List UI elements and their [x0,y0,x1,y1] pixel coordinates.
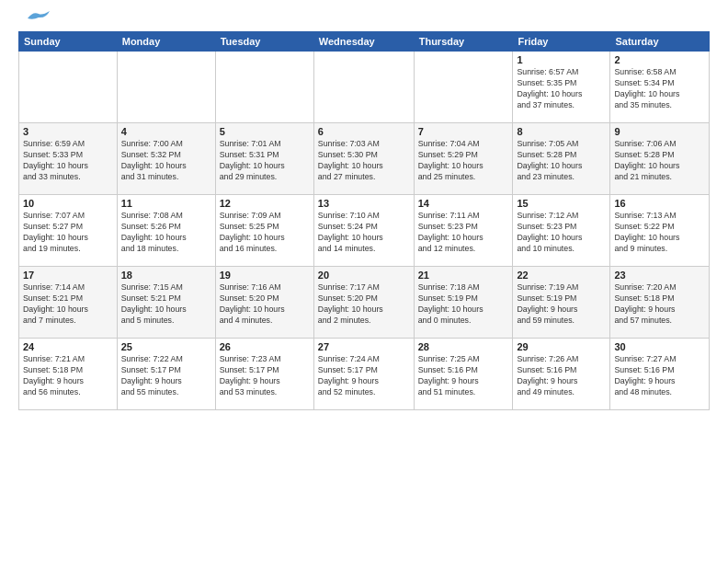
day-number: 9 [614,126,705,137]
day-info: Sunrise: 7:16 AM Sunset: 5:20 PM Dayligh… [220,282,310,327]
day-number: 2 [614,54,705,65]
day-number: 28 [418,341,509,352]
calendar-cell: 18Sunrise: 7:15 AM Sunset: 5:21 PM Dayli… [117,267,215,339]
day-number: 4 [121,126,211,137]
day-number: 6 [318,126,410,137]
day-number: 24 [23,341,113,352]
day-number: 3 [23,126,113,137]
day-number: 1 [517,54,606,65]
day-info: Sunrise: 7:24 AM Sunset: 5:17 PM Dayligh… [318,354,410,398]
day-info: Sunrise: 7:27 AM Sunset: 5:16 PM Dayligh… [614,354,705,398]
day-info: Sunrise: 7:13 AM Sunset: 5:22 PM Dayligh… [614,211,705,255]
day-info: Sunrise: 6:57 AM Sunset: 5:35 PM Dayligh… [517,67,606,111]
day-info: Sunrise: 7:19 AM Sunset: 5:19 PM Dayligh… [517,282,606,327]
day-info: Sunrise: 7:04 AM Sunset: 5:29 PM Dayligh… [418,139,509,183]
day-number: 8 [517,126,606,137]
logo-bird-icon [20,9,50,28]
calendar-cell: 19Sunrise: 7:16 AM Sunset: 5:20 PM Dayli… [215,267,313,339]
day-info: Sunrise: 7:09 AM Sunset: 5:25 PM Dayligh… [220,211,310,255]
page: SundayMondayTuesdayWednesdayThursdayFrid… [0,0,728,563]
day-number: 25 [121,341,211,352]
day-info: Sunrise: 6:58 AM Sunset: 5:34 PM Dayligh… [614,67,705,111]
day-number: 5 [220,126,310,137]
calendar-cell: 28Sunrise: 7:25 AM Sunset: 5:16 PM Dayli… [414,339,513,410]
calendar-cell: 23Sunrise: 7:20 AM Sunset: 5:18 PM Dayli… [610,267,710,339]
calendar-cell: 25Sunrise: 7:22 AM Sunset: 5:17 PM Dayli… [117,339,215,410]
day-number: 16 [614,198,705,209]
day-number: 13 [318,198,410,209]
day-info: Sunrise: 7:00 AM Sunset: 5:32 PM Dayligh… [121,139,211,183]
calendar-cell: 11Sunrise: 7:08 AM Sunset: 5:26 PM Dayli… [117,195,215,267]
calendar-cell: 15Sunrise: 7:12 AM Sunset: 5:23 PM Dayli… [513,195,610,267]
calendar-week-row-1: 1Sunrise: 6:57 AM Sunset: 5:35 PM Daylig… [19,52,710,123]
weekday-header-monday: Monday [117,32,215,52]
calendar-cell: 30Sunrise: 7:27 AM Sunset: 5:16 PM Dayli… [610,339,710,410]
calendar-cell: 29Sunrise: 7:26 AM Sunset: 5:16 PM Dayli… [513,339,610,410]
day-number: 21 [418,270,509,281]
day-info: Sunrise: 7:03 AM Sunset: 5:30 PM Dayligh… [318,139,410,183]
day-info: Sunrise: 7:12 AM Sunset: 5:23 PM Dayligh… [517,211,606,255]
calendar-cell [19,52,118,123]
day-info: Sunrise: 7:14 AM Sunset: 5:21 PM Dayligh… [23,282,113,327]
day-number: 15 [517,198,606,209]
calendar-cell [313,52,414,123]
day-info: Sunrise: 7:25 AM Sunset: 5:16 PM Dayligh… [418,354,509,398]
calendar-cell [117,52,215,123]
day-info: Sunrise: 7:21 AM Sunset: 5:18 PM Dayligh… [23,354,113,398]
day-info: Sunrise: 7:07 AM Sunset: 5:27 PM Dayligh… [23,211,113,255]
calendar-cell: 1Sunrise: 6:57 AM Sunset: 5:35 PM Daylig… [513,52,610,123]
calendar-cell: 9Sunrise: 7:06 AM Sunset: 5:28 PM Daylig… [610,123,710,195]
calendar-cell: 10Sunrise: 7:07 AM Sunset: 5:27 PM Dayli… [19,195,118,267]
calendar-cell: 13Sunrise: 7:10 AM Sunset: 5:24 PM Dayli… [313,195,414,267]
day-info: Sunrise: 7:18 AM Sunset: 5:19 PM Dayligh… [418,282,509,327]
calendar-cell: 22Sunrise: 7:19 AM Sunset: 5:19 PM Dayli… [513,267,610,339]
calendar-week-row-5: 24Sunrise: 7:21 AM Sunset: 5:18 PM Dayli… [19,339,710,410]
calendar-table: SundayMondayTuesdayWednesdayThursdayFrid… [18,31,710,410]
day-number: 19 [220,270,310,281]
calendar-week-row-2: 3Sunrise: 6:59 AM Sunset: 5:33 PM Daylig… [19,123,710,195]
calendar-cell: 6Sunrise: 7:03 AM Sunset: 5:30 PM Daylig… [313,123,414,195]
calendar-week-row-3: 10Sunrise: 7:07 AM Sunset: 5:27 PM Dayli… [19,195,710,267]
day-info: Sunrise: 7:23 AM Sunset: 5:17 PM Dayligh… [220,354,310,398]
header [18,15,710,22]
day-number: 17 [23,270,113,281]
day-info: Sunrise: 7:20 AM Sunset: 5:18 PM Dayligh… [614,282,705,327]
day-number: 20 [318,270,410,281]
calendar-cell: 7Sunrise: 7:04 AM Sunset: 5:29 PM Daylig… [414,123,513,195]
calendar-cell: 17Sunrise: 7:14 AM Sunset: 5:21 PM Dayli… [19,267,118,339]
day-info: Sunrise: 7:01 AM Sunset: 5:31 PM Dayligh… [220,139,310,183]
calendar-cell: 4Sunrise: 7:00 AM Sunset: 5:32 PM Daylig… [117,123,215,195]
day-number: 29 [517,341,606,352]
day-info: Sunrise: 7:26 AM Sunset: 5:16 PM Dayligh… [517,354,606,398]
weekday-header-saturday: Saturday [610,32,710,52]
day-info: Sunrise: 7:11 AM Sunset: 5:23 PM Dayligh… [418,211,509,255]
calendar-cell: 12Sunrise: 7:09 AM Sunset: 5:25 PM Dayli… [215,195,313,267]
calendar-cell: 16Sunrise: 7:13 AM Sunset: 5:22 PM Dayli… [610,195,710,267]
calendar-cell: 21Sunrise: 7:18 AM Sunset: 5:19 PM Dayli… [414,267,513,339]
calendar-cell [215,52,313,123]
logo [18,15,50,22]
day-info: Sunrise: 7:22 AM Sunset: 5:17 PM Dayligh… [121,354,211,398]
calendar-cell: 3Sunrise: 6:59 AM Sunset: 5:33 PM Daylig… [19,123,118,195]
day-info: Sunrise: 7:05 AM Sunset: 5:28 PM Dayligh… [517,139,606,183]
calendar-cell: 14Sunrise: 7:11 AM Sunset: 5:23 PM Dayli… [414,195,513,267]
calendar-week-row-4: 17Sunrise: 7:14 AM Sunset: 5:21 PM Dayli… [19,267,710,339]
weekday-header-friday: Friday [513,32,610,52]
calendar-header-row: SundayMondayTuesdayWednesdayThursdayFrid… [19,32,710,52]
weekday-header-thursday: Thursday [414,32,513,52]
day-number: 26 [220,341,310,352]
day-number: 27 [318,341,410,352]
day-number: 30 [614,341,705,352]
day-info: Sunrise: 7:15 AM Sunset: 5:21 PM Dayligh… [121,282,211,327]
calendar-cell: 26Sunrise: 7:23 AM Sunset: 5:17 PM Dayli… [215,339,313,410]
weekday-header-wednesday: Wednesday [313,32,414,52]
day-info: Sunrise: 7:06 AM Sunset: 5:28 PM Dayligh… [614,139,705,183]
day-number: 10 [23,198,113,209]
day-number: 18 [121,270,211,281]
calendar-cell: 20Sunrise: 7:17 AM Sunset: 5:20 PM Dayli… [313,267,414,339]
calendar-cell: 2Sunrise: 6:58 AM Sunset: 5:34 PM Daylig… [610,52,710,123]
weekday-header-tuesday: Tuesday [215,32,313,52]
day-number: 14 [418,198,509,209]
day-number: 22 [517,270,606,281]
calendar-cell: 5Sunrise: 7:01 AM Sunset: 5:31 PM Daylig… [215,123,313,195]
